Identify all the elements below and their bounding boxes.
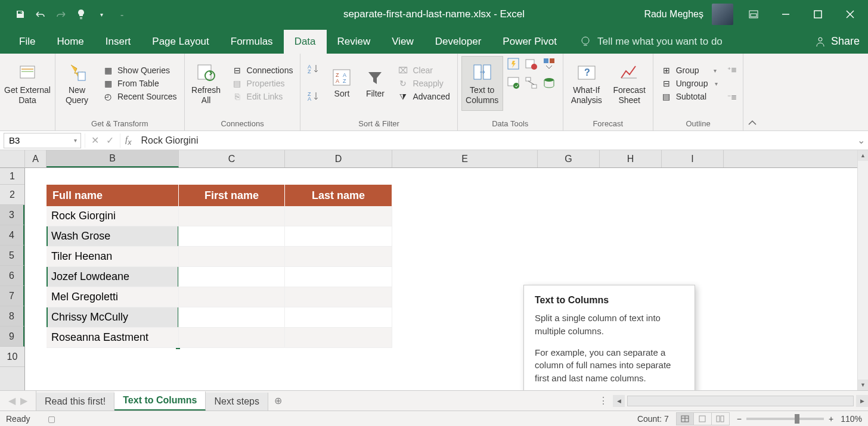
refresh-all-button[interactable]: Refresh All (188, 56, 224, 111)
undo-icon[interactable] (32, 6, 49, 23)
maximize-icon[interactable] (806, 4, 830, 25)
sort-asc-button[interactable]: AZ (306, 63, 321, 77)
column-header[interactable]: B (46, 150, 179, 167)
row-header[interactable]: 5 (0, 245, 24, 266)
what-if-analysis-button[interactable]: ? What-If Analysis (567, 56, 606, 111)
table-header[interactable]: Last name (285, 185, 392, 206)
row-header[interactable]: 6 (0, 266, 24, 286)
table-row[interactable]: Mel Gregoletti (46, 287, 392, 307)
sheet-tab[interactable]: Text to Columns (114, 391, 206, 411)
scroll-up-icon[interactable]: ▲ (858, 150, 868, 161)
row-header[interactable]: 2 (0, 185, 24, 205)
new-query-button[interactable]: New Query (59, 56, 95, 111)
row-header[interactable]: 10 (0, 347, 24, 367)
macro-record-icon[interactable]: ▢ (48, 414, 55, 424)
tab-data[interactable]: Data (284, 30, 327, 54)
zoom-out-button[interactable]: − (737, 414, 742, 424)
tab-home[interactable]: Home (46, 30, 94, 54)
forecast-sheet-button[interactable]: Forecast Sheet (610, 56, 649, 111)
table-row[interactable]: Chrissy McCully (46, 307, 392, 328)
row-header[interactable]: 4 (0, 225, 24, 245)
row-header[interactable]: 1 (0, 168, 24, 185)
table-row[interactable]: Jozef Lowdeane (46, 267, 392, 287)
manage-data-model-button[interactable] (542, 76, 559, 94)
redo-icon[interactable] (52, 6, 69, 23)
tab-view[interactable]: View (381, 30, 424, 54)
consolidate-button[interactable] (542, 57, 559, 75)
tab-page-layout[interactable]: Page Layout (141, 30, 219, 54)
row-header[interactable]: 7 (0, 286, 24, 306)
table-row[interactable]: Wash Grose (46, 226, 392, 247)
zoom-level[interactable]: 110% (841, 414, 862, 424)
flash-fill-button[interactable] (507, 57, 523, 75)
sheet-tab[interactable]: Read this first! (36, 393, 114, 411)
connections-button[interactable]: ⊟Connections (231, 66, 293, 75)
page-layout-view-button[interactable] (694, 412, 712, 425)
zoom-slider[interactable] (746, 418, 824, 420)
column-header[interactable]: C (179, 150, 285, 167)
scroll-left-icon[interactable]: ◀ (613, 395, 625, 407)
table-header[interactable]: Full name (46, 185, 179, 206)
normal-view-button[interactable] (676, 412, 694, 425)
select-all-corner[interactable] (0, 150, 25, 168)
tell-me-search[interactable]: Tell me what you want to do (579, 36, 723, 54)
remove-duplicates-button[interactable] (525, 57, 541, 75)
subtotal-button[interactable]: ▤Subtotal (661, 92, 718, 101)
qat-customize-icon[interactable]: ▾ (93, 6, 110, 23)
user-avatar[interactable] (712, 4, 733, 25)
tab-file[interactable]: File (8, 30, 46, 54)
sheet-nav-prev-icon[interactable]: ◀ (8, 395, 16, 406)
show-detail-button[interactable]: ⁺≣ (727, 66, 737, 74)
user-name[interactable]: Radu Megheș (644, 9, 703, 20)
new-sheet-button[interactable]: ⊕ (268, 395, 287, 406)
recent-sources-button[interactable]: ◴Recent Sources (102, 92, 177, 101)
table-header[interactable]: First name (179, 185, 285, 206)
row-header[interactable]: 8 (0, 306, 24, 327)
formula-input[interactable]: Rock Giorgini (136, 135, 854, 146)
cancel-formula-icon[interactable]: ✕ (91, 135, 99, 146)
tab-developer[interactable]: Developer (424, 30, 492, 54)
tab-formulas[interactable]: Formulas (220, 30, 284, 54)
fx-icon[interactable]: fx (120, 135, 136, 147)
expand-formula-bar-icon[interactable]: ⌄ (854, 135, 868, 146)
horizontal-scrollbar[interactable] (627, 396, 854, 406)
zoom-in-button[interactable]: + (829, 414, 833, 424)
worksheet-grid[interactable]: ABCDEGHI 12345678910 Full name First nam… (0, 150, 868, 390)
row-header[interactable]: 3 (0, 205, 24, 225)
sort-desc-button[interactable]: ZA (306, 90, 321, 104)
scroll-down-icon[interactable]: ▼ (858, 380, 868, 390)
show-queries-button[interactable]: ▦Show Queries (102, 66, 177, 75)
get-external-data-button[interactable]: Get External Data (4, 56, 51, 111)
filter-button[interactable]: Filter (360, 56, 390, 111)
sort-button[interactable]: ZAAZ Sort (327, 56, 356, 111)
close-icon[interactable] (838, 4, 862, 25)
data-validation-button[interactable] (507, 76, 523, 94)
ribbon-display-icon[interactable] (742, 4, 765, 25)
minimize-icon[interactable] (774, 4, 798, 25)
save-icon[interactable] (12, 6, 29, 23)
sheet-nav-next-icon[interactable]: ▶ (20, 395, 27, 406)
tab-insert[interactable]: Insert (95, 30, 142, 54)
column-header[interactable]: G (538, 150, 600, 167)
table-row[interactable]: Roseanna Eastment (46, 328, 392, 348)
page-break-view-button[interactable] (712, 412, 730, 425)
enter-formula-icon[interactable]: ✓ (106, 135, 114, 146)
from-table-button[interactable]: ▦From Table (102, 79, 177, 88)
column-header[interactable]: A (25, 150, 46, 167)
qat-overflow-icon[interactable]: ₌ (113, 6, 130, 23)
tab-review[interactable]: Review (327, 30, 382, 54)
relationships-button[interactable] (525, 76, 541, 94)
collapse-ribbon-icon[interactable] (743, 54, 761, 130)
lightbulb-icon[interactable] (73, 6, 89, 23)
tab-power-pivot[interactable]: Power Pivot (492, 30, 568, 54)
row-header[interactable]: 9 (0, 327, 24, 347)
share-button[interactable]: Share (814, 35, 860, 54)
column-header[interactable]: D (285, 150, 392, 167)
column-header[interactable]: H (600, 150, 662, 167)
hide-detail-button[interactable]: ⁻≣ (727, 93, 737, 101)
ungroup-button[interactable]: ⊟Ungroup▾ (661, 79, 718, 88)
column-header[interactable]: I (662, 150, 724, 167)
table-row[interactable]: Tiler Heenan (46, 247, 392, 267)
group-button[interactable]: ⊞Group▾ (661, 66, 718, 75)
advanced-button[interactable]: ⧩Advanced (397, 92, 450, 101)
